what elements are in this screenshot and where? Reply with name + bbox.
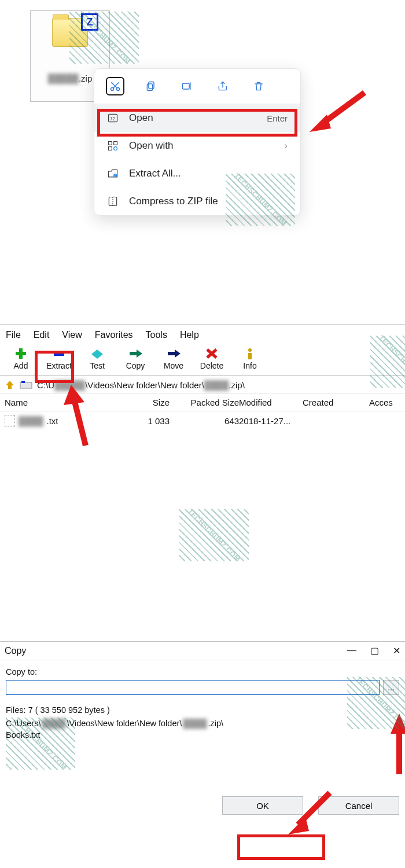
table-row[interactable]: ████.txt 1 033 643 2018-11-27...	[0, 411, 405, 430]
svg-rect-21	[20, 382, 32, 388]
zip-icon	[107, 196, 119, 207]
menu-item-compress[interactable]: Compress to ZIP file	[94, 187, 300, 215]
ok-button[interactable]: OK	[222, 796, 303, 815]
menu-shortcut: Enter	[267, 113, 288, 123]
svg-rect-19	[248, 353, 252, 359]
files-summary: Files: 7 ( 33 550 952 bytes )	[6, 705, 399, 715]
svg-rect-22	[21, 381, 25, 383]
x-icon	[204, 347, 220, 360]
svg-marker-16	[137, 350, 142, 358]
7z-icon: 7z	[107, 112, 119, 124]
menu-file[interactable]: File	[6, 330, 21, 340]
rename-icon[interactable]	[178, 77, 196, 95]
col-created[interactable]: Created	[303, 398, 369, 407]
svg-marker-17	[175, 350, 181, 358]
address-bar: C:\U█████\Videos\New folder\New folder\█…	[0, 376, 405, 394]
svg-rect-9	[109, 147, 112, 150]
section-7zip-window: File Edit View Favorites Tools Help Add …	[0, 324, 405, 637]
cell-packed: 643	[170, 416, 239, 426]
col-size[interactable]: Size	[120, 398, 170, 407]
menu-item-label: Compress to ZIP file	[129, 196, 218, 207]
file-paths: C:\Users\████\Videos\New folder\New fold…	[6, 718, 399, 741]
menu-item-label: Extract All...	[129, 168, 181, 179]
copy-to-input[interactable]	[6, 680, 380, 695]
col-packed[interactable]: Packed Size	[170, 398, 239, 407]
col-accessed[interactable]: Acces	[369, 398, 405, 407]
highlight-box-ok	[237, 834, 325, 860]
svg-marker-14	[310, 115, 331, 132]
svg-point-18	[248, 348, 252, 352]
svg-text:7z: 7z	[110, 116, 115, 122]
annotation-arrow-icon	[307, 87, 370, 139]
plus-icon	[13, 347, 29, 360]
menu-item-open[interactable]: 7z Open Enter	[94, 104, 300, 132]
arrow-right-icon	[127, 347, 143, 360]
info-icon	[242, 347, 258, 360]
file-name: █████.zip	[48, 73, 92, 83]
svg-rect-4	[183, 83, 190, 89]
menu-item-open-with[interactable]: Open with ›	[94, 132, 300, 160]
tool-move[interactable]: Move	[157, 347, 190, 370]
svg-point-10	[114, 147, 117, 150]
svg-rect-2	[149, 82, 154, 89]
maximize-button[interactable]: ▢	[370, 645, 379, 656]
delete-icon[interactable]	[249, 77, 268, 95]
cut-icon[interactable]	[106, 77, 124, 95]
tool-test[interactable]: Test	[81, 347, 113, 370]
zip-badge-icon: Z	[81, 13, 98, 31]
check-icon	[89, 347, 105, 360]
menu-tools[interactable]: Tools	[146, 330, 167, 340]
table-header: Name Size Packed Size Modified Created A…	[0, 394, 405, 411]
tool-copy[interactable]: Copy	[119, 347, 152, 370]
svg-marker-15	[91, 350, 103, 359]
context-toolbar	[94, 69, 300, 104]
cell-name: ████.txt	[5, 415, 120, 426]
dialog-body: Copy to: ... Files: 7 ( 33 550 952 bytes…	[0, 660, 405, 829]
svg-line-13	[321, 93, 365, 124]
menu-item-extract-all[interactable]: Extract All...	[94, 160, 300, 187]
tool-info[interactable]: Info	[234, 347, 266, 370]
text-file-icon	[5, 415, 15, 426]
tool-extract[interactable]: Extract	[43, 347, 75, 370]
dialog-titlebar: Copy — ▢ ✕	[0, 642, 405, 660]
menu-help[interactable]: Help	[180, 330, 199, 340]
toolbar: Add Extract Test Copy Move Delete Info	[0, 345, 405, 376]
menu-item-label: Open	[129, 112, 153, 124]
dialog-title: Copy	[5, 646, 26, 656]
col-name[interactable]: Name	[5, 398, 120, 407]
chevron-right-icon: ›	[284, 140, 288, 152]
browse-button[interactable]: ...	[383, 680, 399, 695]
svg-rect-3	[147, 84, 152, 91]
copy-to-label: Copy to:	[6, 667, 399, 676]
section-context-menu: Z █████.zip 7z Open Enter Open with › Ex…	[0, 0, 405, 324]
minus-icon	[51, 347, 67, 360]
arrow-right-dark-icon	[165, 347, 182, 360]
menu-view[interactable]: View	[62, 330, 82, 340]
section-copy-dialog: Copy — ▢ ✕ Copy to: ... Files: 7 ( 33 55…	[0, 641, 405, 829]
svg-marker-20	[6, 381, 14, 389]
address-path[interactable]: C:\U█████\Videos\New folder\New folder\█…	[37, 380, 245, 390]
drive-icon	[20, 380, 32, 390]
col-modified[interactable]: Modified	[239, 398, 303, 407]
copy-icon[interactable]	[142, 77, 160, 95]
minimize-button[interactable]: —	[347, 645, 356, 656]
open-with-icon	[107, 140, 119, 152]
up-folder-icon[interactable]	[5, 380, 15, 390]
cell-modified: 2018-11-27...	[239, 416, 303, 426]
context-menu: 7z Open Enter Open with › Extract All...…	[94, 68, 301, 216]
svg-rect-7	[109, 142, 112, 145]
share-icon[interactable]	[213, 77, 232, 95]
menu-item-label: Open with	[129, 140, 174, 152]
tool-delete[interactable]: Delete	[196, 347, 228, 370]
extract-icon	[107, 168, 119, 179]
cancel-button[interactable]: Cancel	[318, 796, 399, 815]
menubar: File Edit View Favorites Tools Help	[0, 325, 405, 345]
tool-add[interactable]: Add	[5, 347, 37, 370]
menu-edit[interactable]: Edit	[34, 330, 50, 340]
menu-favorites[interactable]: Favorites	[95, 330, 133, 340]
close-button[interactable]: ✕	[393, 645, 400, 656]
svg-rect-8	[114, 142, 117, 145]
cell-size: 1 033	[120, 416, 170, 426]
